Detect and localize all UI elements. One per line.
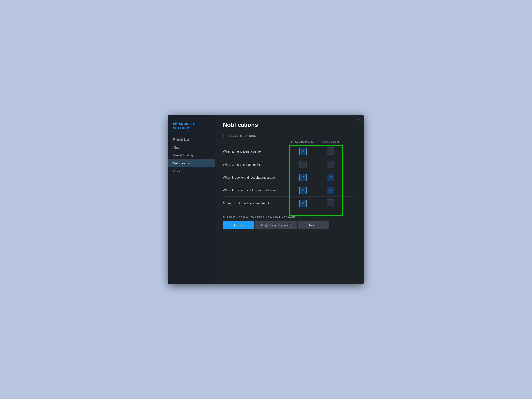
checkmark-icon: ✓ [301,176,304,180]
sidebar-title: FRIENDS LIST SETTINGS [168,121,215,135]
play-sound-checkbox[interactable] [327,199,334,206]
show-notification-cell[interactable]: ✓ [287,145,319,158]
table-row: When a friend joins a game ✓ [223,145,355,158]
show-notification-checkbox[interactable]: ✓ [299,148,307,155]
extra-cell [342,184,355,197]
dialog-body: FRIENDS LIST SETTINGS Friends List Chat … [168,115,364,284]
row-label: When I receive a direct chat message [223,171,287,184]
checkmark-icon: ✓ [329,176,332,180]
extra-cell [342,145,355,158]
sidebar-item-voice[interactable]: Voice [168,167,215,175]
friend-notifications-label: FRIEND NOTIFICATIONS [223,134,355,139]
row-label: When I receive a chat room notification [223,184,287,197]
sidebar-item-chat[interactable]: Chat [168,143,215,151]
show-notification-cell[interactable]: ✓ [287,171,319,184]
checkmark-icon: ✓ [301,201,304,205]
page-title: Notifications [223,121,355,128]
extra-cell [342,158,355,171]
sidebar-item-friends-list[interactable]: Friends List [168,135,215,143]
play-sound-checkbox[interactable] [327,147,334,154]
show-notification-cell[interactable] [287,158,319,171]
col-header-item [223,139,287,145]
settings-dialog: ✕ FRIENDS LIST SETTINGS Friends List Cha… [168,115,364,284]
play-sound-cell[interactable]: ✓ [319,184,342,197]
flash-minimized-button[interactable]: Only when minimized [255,221,297,229]
flash-always-button[interactable]: Always [223,221,254,229]
flash-section: FLASH WINDOW WHEN I RECEIVE A CHAT MESSA… [223,216,355,229]
play-sound-cell[interactable] [319,197,342,210]
col-header-notification: Show a notification [287,139,319,145]
play-sound-checkbox[interactable]: ✓ [327,174,334,181]
checkmark-icon: ✓ [329,188,332,192]
flash-never-button[interactable]: Never [298,221,329,229]
show-notification-cell[interactable]: ✓ [287,197,319,210]
show-notification-checkbox[interactable] [299,161,307,168]
table-row: When I receive a direct chat message ✓ ✓ [223,171,355,184]
table-row: When I receive a chat room notification … [223,184,355,197]
sidebar-item-notifications[interactable]: Notifications [168,159,215,167]
play-sound-cell[interactable] [319,158,342,171]
checkmark-icon: ✓ [301,149,304,153]
col-header-sound: Play a sound [319,139,342,145]
notifications-table-wrapper: Show a notification Play a sound When a … [223,139,355,210]
show-notification-cell[interactable]: ✓ [287,184,319,197]
show-notification-checkbox[interactable]: ✓ [299,187,307,194]
play-sound-checkbox[interactable] [327,161,334,168]
main-content: Notifications FRIEND NOTIFICATIONS Show … [215,115,364,284]
play-sound-checkbox[interactable]: ✓ [327,187,334,194]
flash-buttons: Always Only when minimized Never [223,221,355,229]
close-button[interactable]: ✕ [356,118,360,123]
show-notification-checkbox[interactable]: ✓ [299,174,307,181]
sidebar: FRIENDS LIST SETTINGS Friends List Chat … [168,115,215,284]
flash-label: FLASH WINDOW WHEN I RECEIVE A CHAT MESSA… [223,216,355,219]
table-row: When a friend comes online [223,158,355,171]
col-header-extra [342,139,355,145]
row-label: When a friend joins a game [223,145,287,158]
play-sound-cell[interactable]: ✓ [319,171,342,184]
extra-cell [342,197,355,210]
notifications-table: Show a notification Play a sound When a … [223,139,355,210]
sidebar-item-size-scaling[interactable]: Size & Scaling [168,151,215,159]
extra-cell [342,171,355,184]
table-row: Group events and announcements ✓ [223,197,355,210]
checkmark-icon: ✓ [301,188,304,192]
play-sound-cell[interactable] [319,145,342,158]
row-label: Group events and announcements [223,197,287,210]
row-label: When a friend comes online [223,158,287,171]
show-notification-checkbox[interactable]: ✓ [299,200,307,207]
